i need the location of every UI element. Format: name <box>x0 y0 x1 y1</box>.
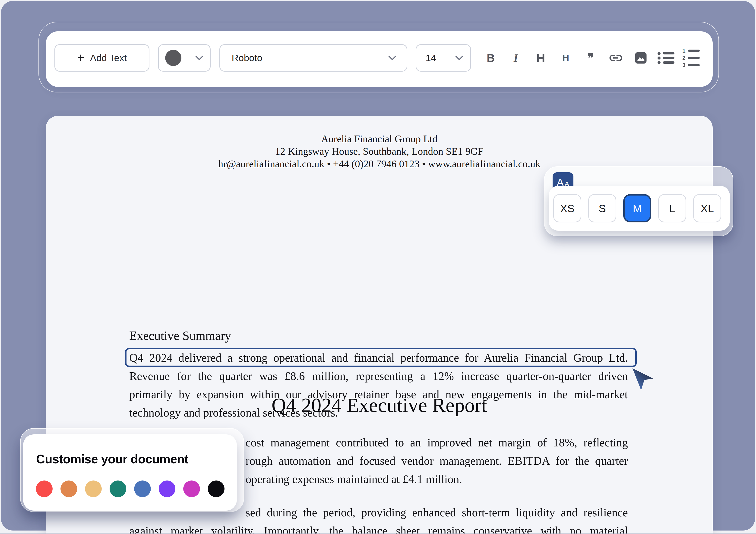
link-icon <box>608 50 624 66</box>
paragraph-line-partial: cost management contributed to an improv… <box>246 433 628 452</box>
format-toolbar: B I H H ❞ <box>481 44 701 71</box>
mouse-cursor-icon <box>632 368 654 390</box>
numbered-list-icon: 1 2 3 <box>682 48 700 68</box>
bottom-edge-line <box>0 533 756 534</box>
customise-popup: Customise your document <box>23 434 237 511</box>
paragraph-line: technology and professional services sec… <box>129 403 628 422</box>
chevron-down-icon <box>195 55 203 61</box>
size-option-m[interactable]: M <box>623 194 651 223</box>
bold-button[interactable]: B <box>481 47 500 68</box>
add-text-label: Add Text <box>90 53 127 64</box>
plus-icon: + <box>77 51 85 64</box>
current-color-swatch <box>165 50 181 66</box>
bullet-list-icon <box>658 52 674 64</box>
add-text-button[interactable]: + Add Text <box>54 44 149 71</box>
swatch-red[interactable] <box>36 480 53 497</box>
section-heading: Executive Summary <box>129 329 231 343</box>
paragraph-line: Revenue for the quarter was £8.6 million… <box>129 367 628 385</box>
numbered-list-button[interactable]: 1 2 3 <box>681 47 701 68</box>
insert-image-button[interactable] <box>631 47 651 68</box>
swatch-blue[interactable] <box>134 480 151 497</box>
company-address: 12 Kingsway House, Southbank, London SE1… <box>46 146 713 158</box>
font-family-value: Roboto <box>232 53 262 64</box>
paragraph-line-partial: sed during the period, providing enhance… <box>246 503 628 522</box>
toolbar: + Add Text Roboto 14 B I H H ❞ <box>46 31 713 87</box>
font-size-value: 14 <box>426 53 436 64</box>
font-family-dropdown[interactable]: Roboto <box>219 44 407 71</box>
heading-large-button[interactable]: H <box>531 47 551 68</box>
paragraph-line-partial: operating expenses maintained at £4.1 mi… <box>246 470 628 488</box>
size-option-l[interactable]: L <box>658 194 686 223</box>
swatch-orange[interactable] <box>61 480 77 497</box>
paragraph-line-partial: rough automation and focused vendor mana… <box>246 451 628 470</box>
link-button[interactable] <box>606 47 626 68</box>
chevron-down-icon <box>388 55 396 61</box>
size-options-card: XS S M L XL <box>549 186 730 231</box>
size-option-s[interactable]: S <box>588 194 616 223</box>
size-option-xs[interactable]: XS <box>553 194 581 223</box>
chevron-down-icon <box>455 55 463 61</box>
swatch-black[interactable] <box>208 480 225 497</box>
swatch-violet[interactable] <box>159 480 176 497</box>
selected-sentence[interactable]: Q4 2024 delivered a strong operational a… <box>129 348 628 367</box>
image-icon <box>634 51 648 65</box>
paragraph-line: primarily by expansion within our adviso… <box>129 385 628 404</box>
text-color-dropdown[interactable] <box>158 44 211 71</box>
swatch-teal[interactable] <box>110 480 126 497</box>
customise-popup-title: Customise your document <box>36 452 188 466</box>
swatch-tan[interactable] <box>85 480 102 497</box>
font-size-dropdown[interactable]: 14 <box>416 44 471 71</box>
paragraph-line: against market volatility. Importantly, … <box>129 521 628 534</box>
heading-small-button[interactable]: H <box>556 47 576 68</box>
blockquote-button[interactable]: ❞ <box>581 47 601 68</box>
size-option-xl[interactable]: XL <box>693 194 721 223</box>
bullet-list-button[interactable] <box>656 47 676 68</box>
italic-button[interactable]: I <box>506 47 526 68</box>
colour-swatch-row <box>36 480 225 497</box>
company-name: Aurelia Financial Group Ltd <box>46 133 713 145</box>
app-canvas: + Add Text Roboto 14 B I H H ❞ <box>0 0 756 534</box>
swatch-magenta[interactable] <box>183 480 200 497</box>
